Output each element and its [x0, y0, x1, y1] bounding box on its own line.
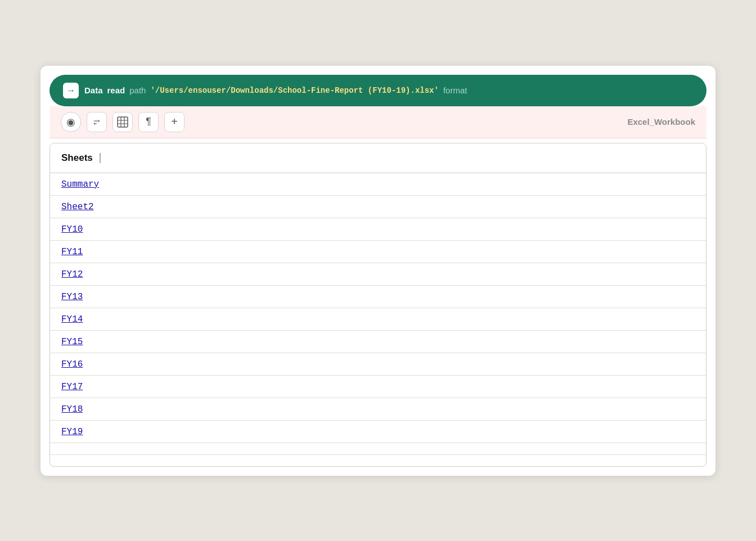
toolbar-left: ◉ ⥂ ¶ + [61, 112, 184, 132]
list-item: Sheet2 [50, 195, 706, 218]
table-row: FY18 [50, 398, 706, 420]
sheet-link[interactable]: FY10 [61, 224, 83, 235]
table-row: FY15 [50, 330, 706, 353]
list-item: FY13 [50, 285, 706, 308]
keyword-data: Data [84, 85, 103, 95]
keyword-read: read [107, 85, 125, 95]
expand-button[interactable]: ⥂ [87, 112, 107, 132]
sheet-link[interactable]: FY11 [61, 247, 83, 257]
list-item: FY14 [50, 308, 706, 330]
sheet-link[interactable]: FY19 [61, 427, 83, 437]
sheet-link[interactable]: FY17 [61, 382, 83, 392]
sheet-link[interactable]: FY12 [61, 269, 83, 279]
top-bar: → Data read path '/Users/ensouser/Downlo… [50, 75, 706, 106]
sheet-link[interactable]: Sheet2 [61, 202, 94, 212]
list-item: FY16 [50, 353, 706, 375]
param-format: format [443, 85, 467, 95]
table-row: FY14 [50, 308, 706, 330]
toolbar: ◉ ⥂ ¶ + Excel_Workbook [50, 106, 706, 138]
main-container: → Data read path '/Users/ensouser/Downlo… [40, 66, 716, 476]
sheets-table: Sheets SummarySheet2FY10FY11FY12FY13FY14… [50, 143, 706, 466]
column-divider [100, 153, 101, 163]
svg-rect-0 [118, 117, 128, 127]
sheet-link[interactable]: Summary [61, 179, 99, 190]
arrow-icon: → [63, 83, 79, 98]
sheets-column-header: Sheets [50, 143, 706, 173]
table-row: FY10 [50, 218, 706, 240]
sheet-link[interactable]: FY15 [61, 337, 83, 347]
sheet-link[interactable]: FY16 [61, 359, 83, 369]
table-row: FY17 [50, 375, 706, 398]
empty-row [50, 443, 706, 454]
param-path: path [129, 85, 146, 95]
table-row: FY16 [50, 353, 706, 375]
table-row: Sheet2 [50, 195, 706, 218]
table-row: FY12 [50, 263, 706, 285]
table-row: FY19 [50, 420, 706, 443]
table-button[interactable] [112, 112, 133, 132]
sheet-link[interactable]: FY13 [61, 292, 83, 302]
file-path: '/Users/ensouser/Downloads/School-Fine-R… [150, 86, 438, 95]
list-item: Summary [50, 173, 706, 195]
list-item: FY18 [50, 398, 706, 420]
sheet-link[interactable]: FY18 [61, 404, 83, 414]
list-item: FY12 [50, 263, 706, 285]
top-bar-text: Data read path '/Users/ensouser/Download… [84, 85, 467, 95]
table-row: Summary [50, 173, 706, 195]
content-area: Sheets SummarySheet2FY10FY11FY12FY13FY14… [50, 143, 706, 467]
table-row: FY11 [50, 240, 706, 263]
list-item: FY15 [50, 330, 706, 353]
eye-button[interactable]: ◉ [61, 112, 81, 132]
table-icon [117, 116, 128, 128]
empty-row [50, 454, 706, 466]
plus-button[interactable]: + [164, 112, 184, 132]
list-item: FY17 [50, 375, 706, 398]
table-row: FY13 [50, 285, 706, 308]
list-item: FY10 [50, 218, 706, 240]
list-item: FY11 [50, 240, 706, 263]
sheet-link[interactable]: FY14 [61, 314, 83, 324]
format-value: Excel_Workbook [627, 117, 695, 127]
list-item: FY19 [50, 420, 706, 443]
pilcrow-button[interactable]: ¶ [138, 112, 159, 132]
